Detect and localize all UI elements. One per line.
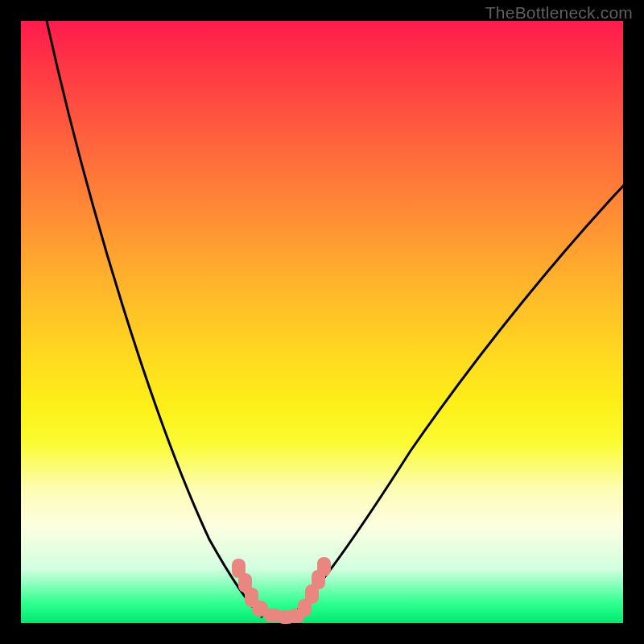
left-branch-path	[47, 21, 262, 617]
valley-markers-group	[232, 557, 331, 624]
right-branch-path	[290, 185, 624, 617]
marker	[317, 557, 331, 576]
line-series-left	[47, 21, 262, 617]
line-series-right	[290, 185, 624, 617]
chart-svg	[0, 0, 644, 644]
watermark-text: TheBottleneck.com	[485, 3, 633, 23]
